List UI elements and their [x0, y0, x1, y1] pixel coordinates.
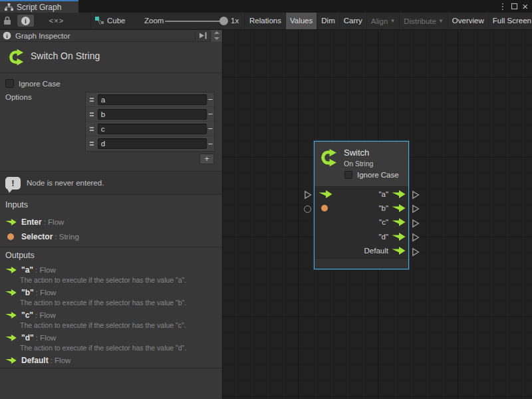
port-type: : Flow: [36, 289, 57, 297]
switch-icon: [8, 48, 27, 68]
output-port-connector[interactable]: [412, 190, 420, 200]
toolbar-button-label: Overview: [452, 17, 484, 25]
node-enter-port[interactable]: [317, 190, 334, 198]
flow-arrow-icon[interactable]: [392, 204, 406, 212]
node-ignore-case-label: Ignore Case: [357, 171, 399, 179]
remove-option-button[interactable]: −: [207, 94, 214, 104]
node-port-row: Default: [315, 244, 408, 258]
flow-arrow-icon[interactable]: [392, 247, 406, 255]
port-name: Selector: [21, 232, 53, 241]
node-ignore-case-checkbox[interactable]: [344, 171, 352, 179]
options-list: −−−−: [85, 92, 215, 152]
drag-handle-icon[interactable]: [90, 142, 94, 146]
toolbar-separator: [90, 13, 91, 29]
switch-on-string-node[interactable]: Switch On String Ignore Case "a""b""c""d…: [314, 141, 409, 269]
zoom-slider-handle[interactable]: [219, 17, 228, 25]
option-row: −: [86, 92, 214, 107]
toolbar-button-full-screen[interactable]: Full Screen: [489, 13, 532, 29]
node-header[interactable]: Switch On String Ignore Case: [315, 142, 408, 187]
option-row: −: [86, 107, 214, 122]
drag-handle-icon[interactable]: [90, 127, 94, 131]
window-menu-icon[interactable]: ⋮: [498, 0, 507, 13]
graph-canvas[interactable]: Switch On String Ignore Case "a""b""c""d…: [223, 30, 532, 399]
flow-arrow-icon: [5, 357, 21, 364]
warning-text: Node is never entered.: [27, 179, 104, 187]
toolbar-button-label: Values: [290, 17, 313, 25]
inspector-toggle-button[interactable]: i: [17, 14, 35, 27]
toolbar-button-carry[interactable]: Carry: [340, 13, 367, 29]
close-icon[interactable]: ×: [522, 0, 528, 13]
port-description: The action to execute if the selector ha…: [20, 321, 219, 329]
zoom-value: 1x: [231, 13, 239, 29]
output-port-connector[interactable]: [412, 219, 420, 228]
node-footer: [315, 258, 408, 267]
option-input-c[interactable]: [98, 124, 207, 134]
node-body: "a""b""c""d"Default: [315, 187, 408, 258]
toolbar-button-label: Distribute: [404, 17, 436, 25]
toolbar-button-dim[interactable]: Dim: [317, 13, 339, 29]
scroll-down-icon[interactable]: [211, 36, 222, 42]
scroll-up-icon[interactable]: [211, 30, 222, 36]
output-port-row: "d" : Flow: [5, 333, 219, 342]
flow-arrow-icon: [5, 334, 21, 341]
option-input-a[interactable]: [98, 94, 207, 105]
port-name: Enter: [21, 217, 42, 227]
toolbar-button-distribute[interactable]: Distribute▼: [400, 13, 448, 29]
flow-arrow-icon: [5, 219, 21, 225]
port-type: : Flow: [35, 266, 56, 274]
divider: [0, 247, 222, 247]
info-icon: i: [3, 32, 11, 40]
remove-option-button[interactable]: −: [207, 124, 214, 134]
remove-option-button[interactable]: −: [207, 109, 214, 119]
options-label: Options: [5, 93, 32, 101]
selector-port-connector[interactable]: [304, 205, 311, 213]
drag-handle-icon[interactable]: [90, 98, 94, 102]
dock-panel-icon[interactable]: [196, 30, 210, 42]
toolbar-button-relations[interactable]: Relations: [245, 13, 286, 29]
node-title: Switch: [344, 148, 369, 158]
lock-icon[interactable]: [3, 16, 11, 25]
output-port-connector[interactable]: [412, 233, 420, 242]
remove-option-button[interactable]: −: [207, 139, 214, 149]
window-controls: ⋮ ×: [498, 0, 532, 13]
output-port-item: "a" : FlowThe action to execute if the s…: [5, 265, 219, 284]
option-input-b[interactable]: [98, 109, 207, 120]
node-port-label: Default: [364, 247, 388, 255]
output-port-row: Default : Flow: [5, 356, 219, 364]
output-port-item: "d" : FlowThe action to execute if the s…: [5, 333, 219, 352]
port-type: : Flow: [44, 218, 65, 226]
unit-title-block: Switch On String: [0, 42, 222, 73]
flow-arrow-icon[interactable]: [392, 218, 406, 226]
option-input-d[interactable]: [98, 138, 207, 149]
divider: [0, 368, 222, 368]
maximize-icon[interactable]: [511, 3, 517, 9]
script-graph-window: Script Graph ⋮ × i <×> Cube Zoom 1x Rela…: [0, 0, 532, 399]
output-port-connector[interactable]: [412, 204, 420, 213]
toolbar-button-align[interactable]: Align▼: [367, 13, 400, 29]
drag-handle-icon[interactable]: [90, 112, 94, 116]
ignore-case-row: Ignore Case: [5, 79, 61, 88]
output-port-row: "b" : Flow: [5, 288, 219, 297]
toolbar-button-overview[interactable]: Overview: [448, 13, 489, 29]
ignore-case-checkbox[interactable]: [5, 79, 14, 88]
port-name: "c": [21, 311, 33, 320]
enter-port-connector[interactable]: [304, 190, 312, 200]
node-port-row: "b": [315, 201, 408, 215]
toolbar-button-values[interactable]: Values: [286, 13, 317, 29]
zoom-slider-track[interactable]: [165, 21, 221, 22]
switch-icon: [320, 148, 340, 170]
node-selector-port[interactable]: [317, 205, 334, 211]
output-port-item: "c" : FlowThe action to execute if the s…: [5, 311, 219, 329]
flow-arrow-icon: [319, 190, 332, 198]
output-port-connector[interactable]: [412, 247, 420, 257]
flow-arrow-icon[interactable]: [392, 233, 406, 241]
port-description: The action to execute if the selector ha…: [20, 299, 219, 307]
tab-script-graph[interactable]: Script Graph: [0, 0, 78, 13]
add-option-button[interactable]: +: [200, 154, 214, 164]
graph-tab-icon: [5, 3, 13, 11]
title-bar: Script Graph ⋮ ×: [0, 0, 532, 13]
flow-arrow-icon[interactable]: [392, 190, 406, 198]
port-type: : String: [55, 233, 78, 241]
flow-arrow-icon: [5, 267, 21, 273]
code-preview-button[interactable]: <×>: [40, 14, 73, 27]
